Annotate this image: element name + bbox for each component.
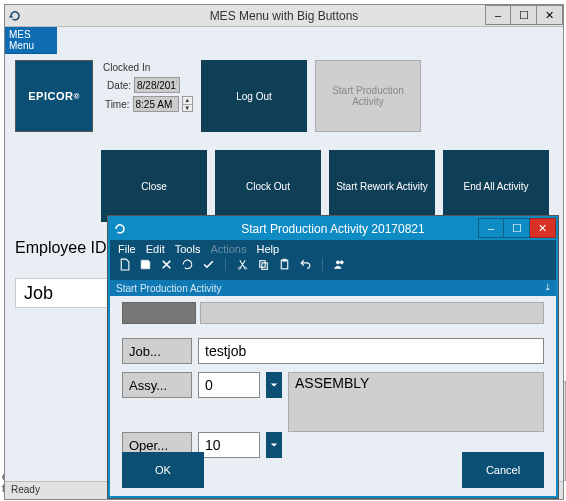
epicor-logo: EPICOR® bbox=[15, 60, 93, 132]
delete-icon[interactable] bbox=[160, 258, 173, 271]
main-titlebar[interactable]: MES Menu with Big Buttons – ☐ ✕ bbox=[5, 5, 563, 27]
close-button[interactable]: ✕ bbox=[537, 5, 563, 25]
svg-point-7 bbox=[340, 261, 343, 264]
clock-out-button[interactable]: Clock Out bbox=[215, 150, 321, 222]
end-all-button[interactable]: End All Activity bbox=[443, 150, 549, 222]
job-lookup-button[interactable]: Job... bbox=[122, 338, 192, 364]
assy-dropdown[interactable] bbox=[266, 372, 282, 398]
clocked-in-group: Clocked In Date: Time: ▲▼ bbox=[101, 60, 193, 134]
menu-tools[interactable]: Tools bbox=[175, 243, 201, 255]
log-out-button[interactable]: Log Out bbox=[201, 60, 307, 132]
svg-rect-3 bbox=[262, 263, 267, 270]
job-input[interactable] bbox=[198, 338, 544, 364]
mes-menu-bar: MES Menu bbox=[5, 27, 57, 54]
refresh-icon[interactable] bbox=[181, 258, 194, 271]
undo-icon[interactable] bbox=[299, 258, 312, 271]
assy-lookup-button[interactable]: Assy... bbox=[122, 372, 192, 398]
start-rework-button[interactable]: Start Rework Activity bbox=[329, 150, 435, 222]
assy-input[interactable] bbox=[198, 372, 260, 398]
minimize-button[interactable]: – bbox=[485, 5, 511, 25]
users-icon[interactable] bbox=[333, 258, 346, 271]
dialog-toolbar bbox=[110, 258, 556, 275]
refresh-icon bbox=[114, 223, 126, 235]
time-field[interactable] bbox=[133, 96, 179, 112]
menu-actions: Actions bbox=[210, 243, 246, 255]
paste-icon[interactable] bbox=[278, 258, 291, 271]
date-label: Date: bbox=[103, 80, 131, 91]
dialog-sub-bar: Start Production Activity ⤓ bbox=[110, 280, 556, 296]
resource-small-field[interactable] bbox=[122, 302, 196, 324]
refresh-icon bbox=[9, 10, 21, 22]
start-production-dialog: Start Production Activity 20170821 – ☐ ✕… bbox=[108, 216, 558, 498]
menu-help[interactable]: Help bbox=[256, 243, 279, 255]
resource-desc-field bbox=[200, 302, 544, 324]
dialog-maximize-button[interactable]: ☐ bbox=[504, 218, 530, 238]
save-icon[interactable] bbox=[139, 258, 152, 271]
dialog-minimize-button[interactable]: – bbox=[478, 218, 504, 238]
main-title: MES Menu with Big Buttons bbox=[5, 9, 563, 23]
dialog-titlebar[interactable]: Start Production Activity 20170821 – ☐ ✕ bbox=[110, 218, 556, 240]
close-app-button[interactable]: Close bbox=[101, 150, 207, 222]
svg-rect-5 bbox=[283, 259, 286, 261]
cut-icon[interactable] bbox=[236, 258, 249, 271]
date-field[interactable] bbox=[134, 77, 180, 93]
dialog-menu-bar: File Edit Tools Actions Help bbox=[110, 240, 556, 258]
maximize-button[interactable]: ☐ bbox=[511, 5, 537, 25]
menu-edit[interactable]: Edit bbox=[146, 243, 165, 255]
start-production-button: Start Production Activity bbox=[315, 60, 421, 132]
dialog-close-button[interactable]: ✕ bbox=[530, 218, 556, 238]
pin-icon[interactable]: ⤓ bbox=[544, 282, 552, 292]
svg-rect-2 bbox=[260, 261, 265, 268]
time-label: Time: bbox=[103, 99, 130, 110]
employee-id-label: Employee ID: bbox=[15, 239, 111, 257]
menu-file[interactable]: File bbox=[118, 243, 136, 255]
new-icon[interactable] bbox=[118, 258, 131, 271]
assy-desc-field: ASSEMBLY bbox=[288, 372, 544, 432]
check-icon[interactable] bbox=[202, 258, 215, 271]
time-spinner[interactable]: ▲▼ bbox=[182, 96, 193, 112]
ok-button[interactable]: OK bbox=[122, 452, 204, 488]
cancel-button[interactable]: Cancel bbox=[462, 452, 544, 488]
copy-icon[interactable] bbox=[257, 258, 270, 271]
svg-point-6 bbox=[336, 261, 339, 264]
